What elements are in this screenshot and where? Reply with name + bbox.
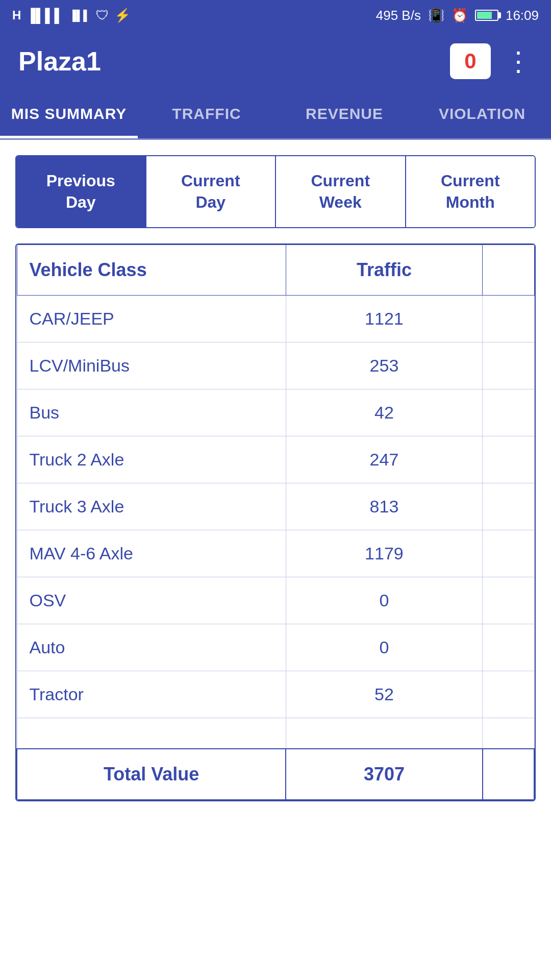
traffic-cell: 42	[286, 389, 482, 436]
traffic-cell: 1121	[286, 296, 482, 342]
table-row: Tractor 52	[17, 671, 534, 718]
vehicle-class-cell: MAV 4-6 Axle	[17, 530, 286, 577]
empty-row	[17, 718, 534, 749]
nav-tabs: MIS SUMMARY TRAFFIC REVENUE VIOLATION	[0, 92, 551, 140]
col-traffic: Traffic	[286, 245, 482, 296]
traffic-table: Vehicle Class Traffic CAR/JEEP 1121 LCV/…	[16, 244, 535, 800]
vehicle-class-cell: LCV/MiniBus	[17, 342, 286, 389]
table-row: MAV 4-6 Axle 1179	[17, 530, 534, 577]
table-row: Bus 42	[17, 389, 534, 436]
status-right: 495 B/s 📳 ⏰ 16:09	[376, 8, 539, 23]
shield-icon: 🛡	[96, 8, 109, 23]
tab-revenue[interactable]: REVENUE	[276, 92, 413, 138]
table-row: CAR/JEEP 1121	[17, 296, 534, 342]
total-value: 3707	[286, 749, 482, 800]
vehicle-class-cell: Bus	[17, 389, 286, 436]
battery-icon	[475, 10, 498, 21]
vehicle-class-cell: Tractor	[17, 671, 286, 718]
extra-cell	[483, 342, 534, 389]
col-vehicle-class: Vehicle Class	[17, 245, 286, 296]
empty-cell	[17, 718, 286, 749]
extra-cell	[483, 624, 534, 671]
tab-violation[interactable]: VIOLATION	[413, 92, 551, 138]
notification-badge[interactable]: 0	[450, 43, 491, 79]
signal-icon-2: ▐▌▌	[69, 10, 91, 21]
period-tab-current-week[interactable]: CurrentWeek	[276, 156, 406, 227]
time: 16:09	[506, 8, 539, 23]
total-label: Total Value	[17, 749, 286, 800]
traffic-cell: 0	[286, 624, 482, 671]
more-options-icon[interactable]: ⋮	[505, 46, 533, 77]
table-footer-row: Total Value 3707	[17, 749, 534, 800]
extra-cell	[483, 577, 534, 624]
alarm-icon: ⏰	[452, 8, 468, 23]
period-tabs: PreviousDay CurrentDay CurrentWeek Curre…	[15, 155, 536, 228]
vehicle-class-cell: CAR/JEEP	[17, 296, 286, 342]
table-header-row: Vehicle Class Traffic	[17, 245, 534, 296]
table-row: LCV/MiniBus 253	[17, 342, 534, 389]
app-title: Plaza1	[18, 46, 101, 77]
extra-cell	[483, 436, 534, 483]
network-speed: 495 B/s	[376, 8, 421, 23]
table-row: Auto 0	[17, 624, 534, 671]
app-bar-right: 0 ⋮	[450, 43, 533, 79]
status-left: H ▐▌▌▌ ▐▌▌ 🛡 ⚡	[12, 8, 131, 23]
period-tab-previous-day[interactable]: PreviousDay	[16, 156, 146, 227]
extra-cell	[483, 530, 534, 577]
h-indicator: H	[12, 8, 21, 22]
period-tab-current-month[interactable]: CurrentMonth	[406, 156, 535, 227]
traffic-cell: 52	[286, 671, 482, 718]
empty-cell	[286, 718, 482, 749]
col-extra	[483, 245, 534, 296]
vehicle-class-cell: OSV	[17, 577, 286, 624]
vibrate-icon: 📳	[428, 8, 444, 23]
table-row: Truck 3 Axle 813	[17, 483, 534, 530]
traffic-cell: 0	[286, 577, 482, 624]
extra-cell	[483, 483, 534, 530]
extra-cell	[483, 389, 534, 436]
tab-mis-summary[interactable]: MIS SUMMARY	[0, 92, 138, 138]
data-table-container: Vehicle Class Traffic CAR/JEEP 1121 LCV/…	[15, 243, 536, 801]
extra-cell	[483, 296, 534, 342]
total-extra	[483, 749, 534, 800]
usb-icon: ⚡	[114, 8, 131, 23]
content-area: PreviousDay CurrentDay CurrentWeek Curre…	[0, 140, 551, 980]
vehicle-class-cell: Truck 2 Axle	[17, 436, 286, 483]
vehicle-class-cell: Auto	[17, 624, 286, 671]
app-bar: Plaza1 0 ⋮	[0, 31, 551, 92]
traffic-cell: 1179	[286, 530, 482, 577]
period-tab-current-day[interactable]: CurrentDay	[146, 156, 277, 227]
extra-cell	[483, 671, 534, 718]
traffic-cell: 253	[286, 342, 482, 389]
table-row: OSV 0	[17, 577, 534, 624]
empty-cell	[483, 718, 534, 749]
vehicle-class-cell: Truck 3 Axle	[17, 483, 286, 530]
traffic-cell: 247	[286, 436, 482, 483]
status-bar: H ▐▌▌▌ ▐▌▌ 🛡 ⚡ 495 B/s 📳 ⏰ 16:09	[0, 0, 551, 31]
table-row: Truck 2 Axle 247	[17, 436, 534, 483]
traffic-cell: 813	[286, 483, 482, 530]
signal-icon-1: ▐▌▌▌	[26, 8, 64, 23]
tab-traffic[interactable]: TRAFFIC	[138, 92, 276, 138]
